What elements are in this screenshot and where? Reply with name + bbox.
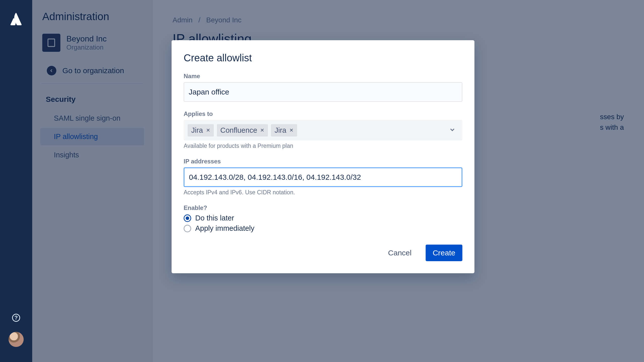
ip-addresses-input[interactable] [184,167,462,187]
applies-to-multiselect[interactable]: Jira ✕ Confluence ✕ Jira ✕ [184,120,462,141]
global-nav-rail: ? [0,0,32,362]
chevron-down-icon[interactable] [449,126,456,134]
applies-to-label: Applies to [184,110,462,117]
product-tag-label: Jira [191,126,203,134]
enable-label: Enable? [184,204,462,211]
radio-icon [184,225,191,232]
remove-tag-icon[interactable]: ✕ [206,127,210,133]
ip-addresses-help: Accepts IPv4 and IPv6. Use CIDR notation… [184,189,462,196]
radio-label: Do this later [195,214,234,222]
remove-tag-icon[interactable]: ✕ [260,127,264,133]
avatar[interactable] [9,332,24,347]
ip-addresses-label: IP addresses [184,158,462,165]
product-tag: Confluence ✕ [217,124,268,137]
product-tag: Jira ✕ [271,124,297,137]
radio-icon [184,214,191,222]
name-label: Name [184,73,462,80]
create-button[interactable]: Create [426,245,462,261]
create-allowlist-modal: Create allowlist Name Applies to Jira ✕ … [172,40,474,273]
cancel-button[interactable]: Cancel [381,245,419,261]
name-input[interactable] [184,82,462,102]
applies-to-help: Available for products with a Premium pl… [184,143,462,149]
enable-option-later[interactable]: Do this later [184,214,462,222]
product-tag-label: Jira [274,126,286,134]
radio-label: Apply immediately [195,224,254,233]
product-tag: Jira ✕ [188,124,214,137]
product-tag-label: Confluence [220,126,257,134]
help-icon[interactable]: ? [12,314,20,322]
modal-title: Create allowlist [184,52,462,64]
remove-tag-icon[interactable]: ✕ [289,127,294,133]
atlassian-logo-icon [9,12,23,26]
enable-option-immediately[interactable]: Apply immediately [184,224,462,233]
